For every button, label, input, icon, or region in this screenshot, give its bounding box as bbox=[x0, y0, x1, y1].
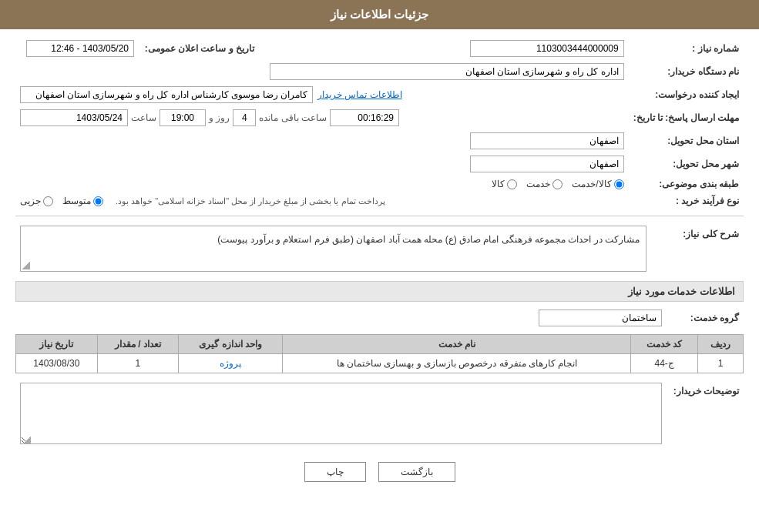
cell-date: 1403/08/30 bbox=[16, 354, 98, 373]
description-text: مشارکت در احداث مجموعه فرهنگی امام صادق … bbox=[217, 234, 640, 245]
service-group-label: گروه خدمت: bbox=[667, 306, 744, 330]
cell-row-num: 1 bbox=[698, 354, 744, 373]
time-input[interactable] bbox=[160, 109, 206, 126]
back-button[interactable]: بازگشت bbox=[378, 462, 455, 482]
days-label: روز و bbox=[209, 112, 230, 123]
time-label: ساعت bbox=[131, 112, 156, 123]
city-label: شهر محل تحویل: bbox=[629, 152, 744, 176]
category-kala-label: کالا bbox=[492, 179, 505, 189]
category-khadamat-radio[interactable] bbox=[552, 179, 563, 189]
city-input[interactable] bbox=[470, 156, 624, 172]
cell-service-code: ج-44 bbox=[631, 354, 698, 373]
public-announce-input[interactable] bbox=[26, 40, 134, 57]
category-kala-radio[interactable] bbox=[507, 179, 517, 189]
page-header: جزئیات اطلاعات نیاز bbox=[0, 0, 759, 29]
cell-unit: پروژه bbox=[179, 354, 283, 373]
purchase-jozyi-radio[interactable] bbox=[43, 196, 53, 206]
description-label: شرح کلی نیاز: bbox=[651, 223, 744, 275]
buyer-desc-textarea[interactable] bbox=[20, 383, 662, 444]
resize-handle bbox=[22, 262, 30, 269]
public-announce-label: تاریخ و ساعت اعلان عمومی: bbox=[145, 43, 254, 54]
category-kala-khadamat-label: کالا/خدمت bbox=[572, 179, 611, 189]
purchase-motavasset-option[interactable]: متوسط bbox=[62, 196, 103, 206]
cell-service-name: انجام کارهای متفرقه درخصوص بازسازی و بهس… bbox=[283, 354, 631, 373]
province-label: استان محل تحویل: bbox=[629, 129, 744, 152]
page-title: جزئیات اطلاعات نیاز bbox=[331, 8, 428, 21]
description-box: مشارکت در احداث مجموعه فرهنگی امام صادق … bbox=[20, 226, 646, 272]
table-row: 1 ج-44 انجام کارهای متفرقه درخصوص بازساز… bbox=[16, 354, 744, 373]
category-khadamat-option[interactable]: خدمت bbox=[526, 179, 563, 189]
purchase-motavasset-label: متوسط bbox=[62, 196, 91, 206]
cell-qty: 1 bbox=[97, 354, 179, 373]
send-date-label: مهلت ارسال پاسخ: تا تاریخ: bbox=[629, 106, 744, 129]
creator-label: ایجاد کننده درخواست: bbox=[629, 83, 744, 106]
category-kala-option[interactable]: کالا bbox=[492, 179, 517, 189]
buyer-org-input[interactable] bbox=[270, 63, 624, 80]
divider-1 bbox=[15, 216, 744, 216]
category-kala-khadamat-option[interactable]: کالا/خدمت bbox=[572, 179, 623, 189]
contact-link[interactable]: اطلاعات تماس خریدار bbox=[317, 89, 402, 100]
remaining-label: ساعت باقی مانده bbox=[259, 112, 327, 123]
purchase-jozyi-label: جزیی bbox=[20, 196, 41, 206]
category-label: طبقه بندی موضوعی: bbox=[629, 176, 744, 192]
col-qty: تعداد / مقدار bbox=[97, 335, 179, 354]
main-info-table: شماره نیاز : تاریخ و ساعت اعلان عمومی: ن… bbox=[15, 37, 744, 209]
category-kala-khadamat-radio[interactable] bbox=[614, 179, 624, 189]
col-date: تاریخ نیاز bbox=[16, 335, 98, 354]
days-input[interactable] bbox=[233, 109, 256, 126]
description-table: شرح کلی نیاز: مشارکت در احداث مجموعه فره… bbox=[15, 223, 744, 275]
send-date-input[interactable] bbox=[20, 109, 128, 126]
need-number-label: شماره نیاز : bbox=[629, 37, 744, 60]
services-table: ردیف کد خدمت نام خدمت واحد اندازه گیری ت… bbox=[15, 334, 744, 373]
category-khadamat-label: خدمت bbox=[526, 179, 550, 189]
service-group-input[interactable] bbox=[539, 309, 662, 326]
service-group-table: گروه خدمت: bbox=[15, 306, 744, 330]
buyer-desc-table: توضیحات خریدار: bbox=[15, 380, 744, 450]
col-row-num: ردیف bbox=[698, 335, 744, 354]
buyer-desc-label: توضیحات خریدار: bbox=[667, 380, 744, 450]
purchase-jozyi-option[interactable]: جزیی bbox=[20, 196, 53, 206]
creator-input[interactable] bbox=[20, 86, 313, 103]
need-number-input[interactable] bbox=[470, 40, 624, 57]
col-unit: واحد اندازه گیری bbox=[179, 335, 283, 354]
textarea-resize-handle bbox=[23, 436, 31, 443]
purchase-type-label: نوع فرآیند خرید : bbox=[629, 192, 744, 209]
col-service-code: کد خدمت bbox=[631, 335, 698, 354]
buyer-org-label: نام دستگاه خریدار: bbox=[629, 60, 744, 83]
province-input[interactable] bbox=[470, 132, 624, 149]
services-section-title: اطلاعات خدمات مورد نیاز bbox=[15, 281, 744, 302]
remaining-time-input[interactable] bbox=[330, 109, 399, 126]
bottom-buttons: بازگشت چاپ bbox=[15, 462, 744, 482]
purchase-note: پرداخت تمام یا بخشی از مبلغ خریدار از مح… bbox=[116, 196, 385, 206]
print-button[interactable]: چاپ bbox=[304, 462, 366, 482]
purchase-motavasset-radio[interactable] bbox=[93, 196, 103, 206]
col-service-name: نام خدمت bbox=[283, 335, 631, 354]
